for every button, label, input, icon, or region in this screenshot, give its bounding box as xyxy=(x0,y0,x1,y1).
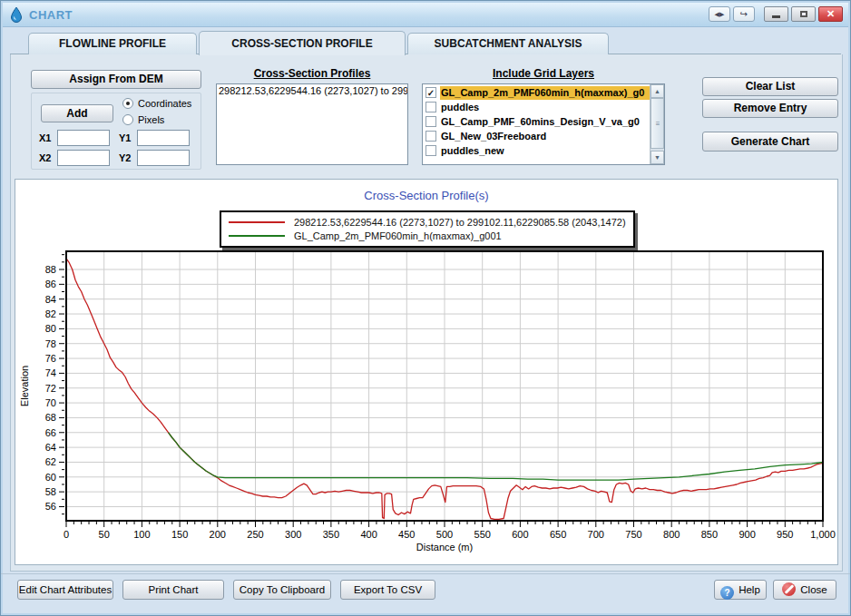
x2-label: X2 xyxy=(39,152,54,163)
svg-text:86: 86 xyxy=(45,279,56,289)
close-label: Close xyxy=(800,584,827,595)
print-chart-button[interactable]: Print Chart xyxy=(122,580,224,600)
assign-from-dem-button[interactable]: Assign From DEM xyxy=(31,70,201,89)
legend-entry: 298212.53,6229544.16 (2273,1027) to 2991… xyxy=(229,215,626,229)
cancel-icon xyxy=(782,582,796,596)
tab-subcatchment-analysis[interactable]: SUBCATCHMENT ANALYSIS xyxy=(407,33,609,54)
detach-window-icon: ↪ xyxy=(740,9,748,19)
svg-text:250: 250 xyxy=(247,529,263,540)
scroll-up-button[interactable]: ▲ xyxy=(650,84,664,98)
copy-to-clipboard-button[interactable]: Copy To Clipboard xyxy=(233,580,331,600)
svg-text:70: 70 xyxy=(45,397,56,408)
clear-list-button[interactable]: Clear List xyxy=(702,77,838,96)
dock-arrows-button[interactable]: ◀▶ xyxy=(709,6,730,22)
legend-label: GL_Camp_2m_PMF060min_h(maxmax)_g001 xyxy=(294,230,502,241)
svg-text:56: 56 xyxy=(45,501,56,512)
tab-cross-section-profile[interactable]: CROSS-SECTION PROFILE xyxy=(199,31,406,55)
export-to-csv-button[interactable]: Export To CSV xyxy=(340,580,435,600)
svg-text:74: 74 xyxy=(45,367,56,378)
legend-label: 298212.53,6229544.16 (2273,1027) to 2991… xyxy=(294,217,626,228)
svg-text:950: 950 xyxy=(777,529,793,540)
help-icon: ? xyxy=(720,586,734,600)
svg-text:500: 500 xyxy=(436,529,453,540)
grid-layer-label: puddles xyxy=(440,101,650,114)
svg-text:1,000: 1,000 xyxy=(810,529,836,540)
svg-text:400: 400 xyxy=(360,529,377,540)
radio-pixels-label: Pixels xyxy=(138,114,164,125)
svg-text:78: 78 xyxy=(45,338,56,349)
grid-layer-row[interactable]: GL_New_03Freeboard xyxy=(423,129,650,143)
x2-field[interactable] xyxy=(57,150,110,166)
svg-text:72: 72 xyxy=(45,383,56,394)
svg-text:700: 700 xyxy=(588,529,604,540)
grid-layers-listbox: ✓ GL_Camp_2m_PMF060min_h(maxmax)_g0 pudd… xyxy=(422,83,665,165)
svg-text:100: 100 xyxy=(133,529,150,540)
tab-strip: FLOWLINE PROFILE CROSS-SECTION PROFILE S… xyxy=(10,31,841,54)
svg-text:300: 300 xyxy=(285,529,301,540)
x1-field[interactable] xyxy=(57,130,110,146)
close-window-button[interactable]: ✕ xyxy=(818,6,843,22)
title-bar: CHART ◀▶ ↪ ✕ xyxy=(3,3,848,27)
grid-layer-row[interactable]: puddles_new xyxy=(423,143,650,158)
chart-legend: 298212.53,6229544.16 (2273,1027) to 2991… xyxy=(220,210,635,248)
scroll-down-icon: ▼ xyxy=(654,154,660,161)
radio-pixels-control[interactable] xyxy=(122,114,133,125)
chart-window: CHART ◀▶ ↪ ✕ FLOWLINE PROFILE CROSS-SECT… xyxy=(0,0,851,616)
profile-list-item[interactable]: 298212.53,6229544.16 (2273,1027) to 2991 xyxy=(217,84,407,97)
svg-text:900: 900 xyxy=(739,529,755,540)
legend-line xyxy=(229,221,285,223)
minimize-button[interactable] xyxy=(764,6,788,22)
checkbox-unchecked[interactable] xyxy=(426,116,436,127)
profiles-heading: Cross-Section Profiles xyxy=(216,67,408,80)
generate-chart-button[interactable]: Generate Chart xyxy=(702,132,838,152)
y1-field[interactable] xyxy=(137,130,190,146)
scroll-down-button[interactable]: ▼ xyxy=(650,151,664,164)
svg-text:76: 76 xyxy=(45,353,56,364)
checkbox-unchecked[interactable] xyxy=(426,131,436,142)
y2-label: Y2 xyxy=(119,152,133,163)
radio-coordinates-label: Coordinates xyxy=(138,98,191,109)
profiles-listbox[interactable]: 298212.53,6229544.16 (2273,1027) to 2991 xyxy=(216,83,408,165)
legend-line xyxy=(229,235,285,237)
grid-layers-scrollbar[interactable]: ▲ ≡ ▼ xyxy=(650,84,664,164)
grid-layer-label: GL_Camp_2m_PMF060min_h(maxmax)_g0 xyxy=(440,86,650,100)
checkbox-checked[interactable]: ✓ xyxy=(426,87,436,98)
svg-text:150: 150 xyxy=(171,529,188,540)
svg-text:60: 60 xyxy=(45,472,56,483)
scrollbar-thumb[interactable]: ≡ xyxy=(650,98,664,149)
footer-divider xyxy=(1,573,850,574)
grid-layers-heading: Include Grid Layers xyxy=(422,67,665,80)
svg-text:68: 68 xyxy=(45,412,56,423)
tab-flowline-profile[interactable]: FLOWLINE PROFILE xyxy=(28,33,197,54)
close-button[interactable]: Close xyxy=(773,580,836,600)
y1-label: Y1 xyxy=(119,132,133,143)
checkbox-unchecked[interactable] xyxy=(426,145,436,156)
svg-text:80: 80 xyxy=(45,323,56,334)
svg-text:650: 650 xyxy=(550,529,566,540)
radio-coordinates[interactable]: Coordinates xyxy=(122,98,191,109)
edit-chart-attributes-button[interactable]: Edit Chart Attributes xyxy=(17,580,113,600)
maximize-button[interactable] xyxy=(791,6,816,22)
svg-text:750: 750 xyxy=(625,529,641,540)
scroll-up-icon: ▲ xyxy=(654,88,660,94)
grid-layer-row[interactable]: ✓ GL_Camp_2m_PMF060min_h(maxmax)_g0 xyxy=(423,85,650,100)
grid-layer-row[interactable]: GL_Camp_PMF_60mins_Design_V_va_g0 xyxy=(423,114,650,129)
svg-text:Elevation: Elevation xyxy=(19,366,30,406)
y2-field[interactable] xyxy=(137,150,190,166)
svg-text:800: 800 xyxy=(663,529,680,540)
dock-arrows-icon: ◀▶ xyxy=(715,11,725,17)
svg-text:200: 200 xyxy=(210,529,226,540)
radio-pixels[interactable]: Pixels xyxy=(122,114,164,125)
radio-coordinates-control[interactable] xyxy=(122,98,133,109)
checkbox-unchecked[interactable] xyxy=(426,102,436,112)
svg-text:64: 64 xyxy=(45,442,56,453)
chart-panel: Cross-Section Profile(s) 298212.53,62295… xyxy=(15,179,838,565)
water-drop-icon xyxy=(9,6,24,23)
help-button[interactable]: ?Help xyxy=(714,580,767,600)
svg-text:600: 600 xyxy=(512,529,528,540)
grid-layer-row[interactable]: puddles xyxy=(423,100,650,114)
detach-window-button[interactable]: ↪ xyxy=(733,6,755,22)
grid-layer-label: GL_Camp_PMF_60mins_Design_V_va_g0 xyxy=(440,115,650,129)
add-button[interactable]: Add xyxy=(41,104,113,122)
remove-entry-button[interactable]: Remove Entry xyxy=(702,99,838,118)
